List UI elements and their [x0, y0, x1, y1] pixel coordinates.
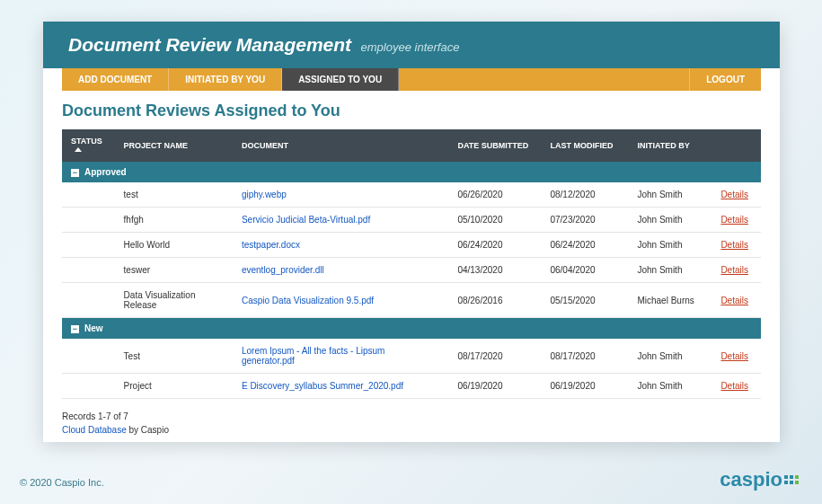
cell-details: Details: [712, 208, 761, 233]
cell-document: Caspio Data Visualization 9.5.pdf: [233, 283, 448, 318]
cell-date-submitted: 05/10/2020: [448, 208, 541, 233]
cloud-database-link[interactable]: Cloud Database: [62, 425, 127, 435]
cell-last-modified: 05/15/2020: [541, 283, 628, 318]
app-panel: Document Review Management employee inte…: [43, 22, 780, 442]
cell-details: Details: [712, 182, 761, 208]
cell-initiated-by: John Smith: [628, 208, 712, 233]
cell-status: [62, 208, 115, 233]
copyright: © 2020 Caspio Inc.: [20, 477, 104, 488]
table-row: fhfghServicio Judicial Beta-Virtual.pdf0…: [62, 208, 761, 233]
cell-details: Details: [712, 339, 761, 374]
table-row: teswereventlog_provider.dll04/13/202006/…: [62, 258, 761, 283]
cell-date-submitted: 06/19/2020: [448, 374, 541, 399]
collapse-icon[interactable]: −: [71, 169, 79, 177]
details-link[interactable]: Details: [720, 190, 748, 199]
group-header[interactable]: −New: [62, 318, 761, 340]
cell-last-modified: 08/17/2020: [541, 339, 628, 374]
content-area: Document Reviews Assigned to You STATUS …: [43, 91, 780, 404]
cell-initiated-by: Michael Burns: [628, 283, 712, 318]
table-row: TestLorem Ipsum - All the facts - Lipsum…: [62, 339, 761, 374]
table-row: Hello Worldtestpaper.docx06/24/202006/24…: [62, 233, 761, 258]
cell-initiated-by: John Smith: [628, 374, 712, 399]
document-link[interactable]: eventlog_provider.dll: [242, 265, 324, 275]
details-link[interactable]: Details: [720, 296, 748, 305]
footer-attribution: Cloud Database by Caspio: [62, 425, 761, 435]
group-label: New: [84, 323, 103, 333]
cell-initiated-by: John Smith: [628, 182, 712, 208]
cell-last-modified: 06/04/2020: [541, 258, 628, 283]
cell-initiated-by: John Smith: [628, 258, 712, 283]
cell-project: fhfgh: [115, 208, 233, 233]
cell-details: Details: [712, 233, 761, 258]
cell-project: Test: [115, 339, 233, 374]
document-link[interactable]: giphy.webp: [242, 190, 287, 199]
tab-initiated-by-you[interactable]: INITIATED BY YOU: [169, 68, 282, 91]
cell-status: [62, 258, 115, 283]
tab-bar: ADD DOCUMENT INITIATED BY YOU ASSIGNED T…: [62, 68, 761, 91]
cell-status: [62, 339, 115, 374]
col-initiated-by[interactable]: INITIATED BY: [628, 129, 712, 162]
document-link[interactable]: Lorem Ipsum - All the facts - Lipsum gen…: [242, 346, 385, 366]
by-caspio-text: by Caspio: [127, 425, 169, 435]
collapse-icon[interactable]: −: [71, 325, 79, 333]
header: Document Review Management employee inte…: [43, 22, 780, 68]
col-details: [712, 129, 761, 162]
cell-project: test: [115, 182, 233, 208]
cell-initiated-by: John Smith: [628, 339, 712, 374]
cell-document: E Discovery_syllabus Summer_2020.pdf: [233, 374, 448, 399]
cell-document: Lorem Ipsum - All the facts - Lipsum gen…: [233, 339, 448, 374]
cell-date-submitted: 08/17/2020: [448, 339, 541, 374]
logo-text: caspio: [720, 468, 782, 491]
app-title: Document Review Management: [68, 34, 351, 55]
tab-add-document[interactable]: ADD DOCUMENT: [62, 68, 169, 91]
tab-assigned-to-you[interactable]: ASSIGNED TO YOU: [282, 68, 399, 91]
table-header-row: STATUS PROJECT NAME DOCUMENT DATE SUBMIT…: [62, 129, 761, 162]
cell-project: Hello World: [115, 233, 233, 258]
cell-date-submitted: 06/26/2020: [448, 182, 541, 208]
cell-date-submitted: 06/24/2020: [448, 233, 541, 258]
records-count: Records 1-7 of 7: [62, 411, 761, 421]
cell-last-modified: 08/12/2020: [541, 182, 628, 208]
reviews-table: STATUS PROJECT NAME DOCUMENT DATE SUBMIT…: [62, 129, 761, 399]
caspio-logo: caspio: [720, 468, 799, 491]
cell-status: [62, 374, 115, 399]
cell-document: eventlog_provider.dll: [233, 258, 448, 283]
details-link[interactable]: Details: [720, 265, 748, 275]
details-link[interactable]: Details: [720, 240, 748, 250]
cell-project: Project: [115, 374, 233, 399]
cell-status: [62, 182, 115, 208]
document-link[interactable]: E Discovery_syllabus Summer_2020.pdf: [242, 381, 403, 391]
document-link[interactable]: Caspio Data Visualization 9.5.pdf: [242, 296, 374, 305]
col-document[interactable]: DOCUMENT: [233, 129, 448, 162]
col-date-submitted[interactable]: DATE SUBMITTED: [448, 129, 541, 162]
cell-document: testpaper.docx: [233, 233, 448, 258]
cell-document: Servicio Judicial Beta-Virtual.pdf: [233, 208, 448, 233]
group-label: Approved: [84, 167, 127, 177]
document-link[interactable]: testpaper.docx: [242, 240, 300, 250]
details-link[interactable]: Details: [720, 215, 748, 225]
cell-last-modified: 06/24/2020: [541, 233, 628, 258]
col-project-name[interactable]: PROJECT NAME: [115, 129, 233, 162]
col-last-modified[interactable]: LAST MODIFIED: [541, 129, 628, 162]
cell-details: Details: [712, 374, 761, 399]
cell-details: Details: [712, 283, 761, 318]
group-header[interactable]: −Approved: [62, 162, 761, 182]
cell-last-modified: 07/23/2020: [541, 208, 628, 233]
details-link[interactable]: Details: [720, 381, 748, 391]
cell-details: Details: [712, 258, 761, 283]
cell-project: teswer: [115, 258, 233, 283]
cell-project: Data Visualization Release: [115, 283, 233, 318]
cell-status: [62, 233, 115, 258]
document-link[interactable]: Servicio Judicial Beta-Virtual.pdf: [242, 215, 370, 225]
cell-document: giphy.webp: [233, 182, 448, 208]
table-row: Data Visualization ReleaseCaspio Data Vi…: [62, 283, 761, 318]
tab-logout[interactable]: LOGOUT: [689, 68, 761, 91]
cell-date-submitted: 04/13/2020: [448, 258, 541, 283]
cell-initiated-by: John Smith: [628, 233, 712, 258]
logo-dots-icon: [784, 475, 799, 484]
cell-status: [62, 283, 115, 318]
col-status[interactable]: STATUS: [62, 129, 115, 162]
cell-last-modified: 06/19/2020: [541, 374, 628, 399]
table-row: testgiphy.webp06/26/202008/12/2020John S…: [62, 182, 761, 208]
details-link[interactable]: Details: [720, 351, 748, 361]
